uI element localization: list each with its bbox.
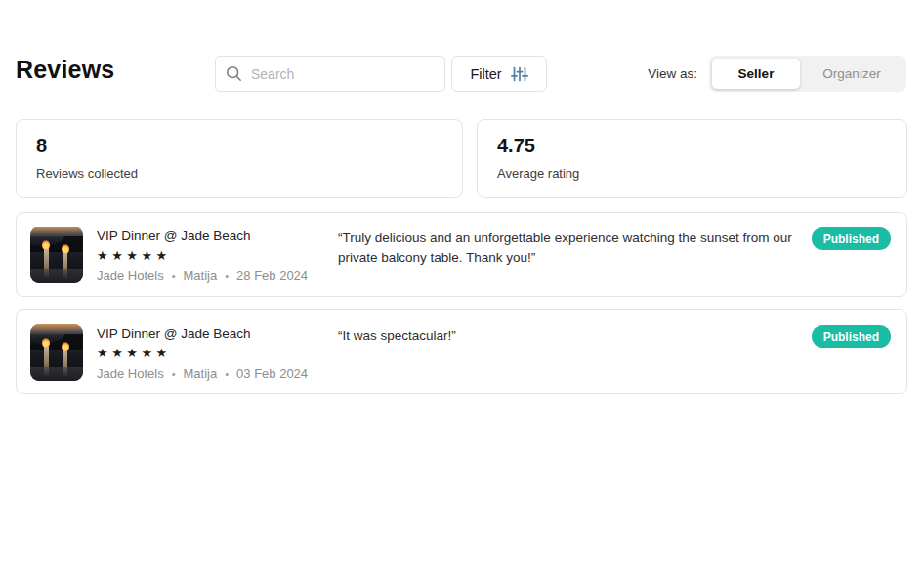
stat-card-average-rating: 4.75 Average rating: [477, 119, 907, 198]
review-date: 28 Feb 2024: [236, 268, 308, 283]
review-title: VIP Dinner @ Jade Beach: [97, 326, 308, 341]
stat-value: 4.75: [497, 135, 887, 157]
meta-separator: •: [172, 270, 176, 282]
meta-separator: •: [225, 270, 229, 282]
review-info: VIP Dinner @ Jade Beach ★★★★★ Jade Hotel…: [97, 326, 308, 381]
seller-name: Jade Hotels: [97, 268, 164, 283]
view-as-label: View as:: [648, 66, 697, 81]
review-thumbnail: [30, 227, 83, 283]
status-badge: Published: [812, 325, 891, 348]
reviewer-name: Matija: [184, 268, 218, 283]
reviewer-name: Matija: [184, 366, 218, 381]
meta-separator: •: [225, 368, 229, 380]
stat-value: 8: [36, 135, 442, 157]
reviews-page: Reviews Filter View as: Seller Organizer: [0, 0, 924, 577]
stat-label: Average rating: [497, 166, 887, 181]
star-rating: ★★★★★: [97, 346, 308, 360]
filter-button[interactable]: Filter: [451, 56, 547, 92]
review-info: VIP Dinner @ Jade Beach ★★★★★ Jade Hotel…: [97, 228, 308, 283]
search-box[interactable]: [215, 56, 445, 92]
view-option-seller[interactable]: Seller: [712, 59, 800, 89]
review-meta: Jade Hotels • Matija • 28 Feb 2024: [97, 268, 308, 283]
meta-separator: •: [172, 368, 176, 380]
stat-label: Reviews collected: [36, 166, 442, 181]
review-title: VIP Dinner @ Jade Beach: [97, 228, 308, 243]
filter-sliders-icon: [511, 65, 528, 83]
seller-name: Jade Hotels: [97, 366, 164, 381]
view-as-toggle: Seller Organizer: [709, 56, 906, 92]
review-card[interactable]: VIP Dinner @ Jade Beach ★★★★★ Jade Hotel…: [16, 309, 907, 394]
star-rating: ★★★★★: [97, 248, 308, 263]
stat-card-reviews-collected: 8 Reviews collected: [16, 119, 463, 198]
review-list: VIP Dinner @ Jade Beach ★★★★★ Jade Hotel…: [16, 212, 907, 407]
review-date: 03 Feb 2024: [236, 366, 308, 381]
stats-row: 8 Reviews collected 4.75 Average rating: [16, 119, 907, 198]
review-thumbnail: [30, 324, 83, 381]
status-badge: Published: [812, 227, 891, 250]
filter-button-label: Filter: [470, 66, 501, 82]
review-quote: “It was spectacular!”: [338, 326, 812, 346]
view-option-organizer[interactable]: Organizer: [800, 59, 903, 89]
review-meta: Jade Hotels • Matija • 03 Feb 2024: [97, 366, 308, 381]
review-quote: “Truly delicious and an unforgettable ex…: [338, 228, 812, 268]
search-input[interactable]: [251, 66, 435, 82]
search-icon: [226, 65, 242, 82]
page-title: Reviews: [16, 56, 114, 84]
review-card[interactable]: VIP Dinner @ Jade Beach ★★★★★ Jade Hotel…: [16, 212, 907, 297]
